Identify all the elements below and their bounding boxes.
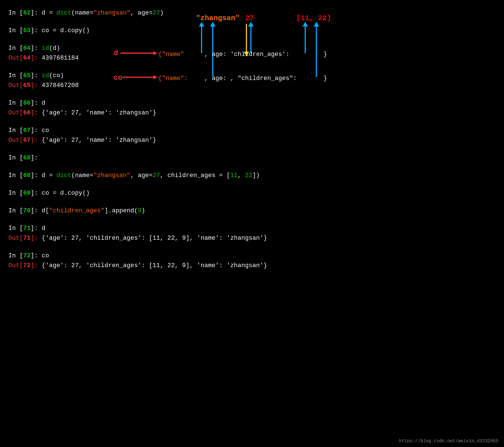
code-segment: 4378467208 [42,81,79,90]
code-segment: co [42,126,49,135]
code-segment: d [42,224,45,233]
code-line: In [71]: d [8,224,496,233]
code-segment: co = d.copy() [42,26,90,35]
code-line: In [68]: [8,153,496,163]
code-line: Out[71]: {'age': 27, 'children_ages': [1… [8,234,496,243]
in-prefix: In [71]: [8,224,42,233]
code-line: In [64]: id(d) [8,44,496,53]
blank-line [8,91,496,98]
out-prefix: Out[71]: [8,234,42,243]
in-prefix: In [69]: [8,189,42,198]
code-segment: 22 [245,171,252,180]
watermark: https://blog.csdn.net/weixin_43232955 [399,439,498,444]
code-segment: co [42,251,49,260]
code-segment: id [42,44,49,53]
code-segment: , [238,171,245,180]
in-prefix: In [68]: [8,171,42,180]
code-segment: id [42,71,49,80]
code-segment: , children_ages = [ [160,171,230,180]
code-line: In [72]: co [8,251,496,260]
code-segment: "children_ages" [49,206,104,215]
blank-line [8,18,496,26]
code-segment: , age= [130,8,153,18]
blank-line [8,36,496,44]
code-line: In [68]: d = dict(name="zhangsan", age=2… [8,171,496,180]
in-prefix: In [63]: [8,26,42,35]
blank-line [8,181,496,189]
code-segment: 4397681184 [42,53,79,63]
code-segment: (co) [49,71,64,80]
code-segment: 27 [153,171,160,180]
blank-line [8,163,496,171]
code-segment: dict [57,8,71,18]
code-segment: ]) [252,171,260,180]
code-segment: , age= [130,171,153,180]
code-segment: d [42,98,45,108]
in-prefix: In [67]: [8,126,42,135]
out-prefix: Out[65]: [8,81,42,90]
code-segment: {'age': 27, 'children_ages': [11, 22, 9]… [42,234,267,243]
out-prefix: Out[72]: [8,261,42,270]
code-line: In [65]: id(co) [8,71,496,80]
code-segment: d[ [42,206,49,215]
code-segment: (name= [71,8,93,18]
code-segment: (d) [49,44,60,53]
code-line: In [67]: co [8,126,496,135]
blank-line [8,118,496,126]
blank-line [8,198,496,206]
code-segment: co = d.copy() [42,189,90,198]
code-line: Out[66]: {'age': 27, 'name': 'zhangsan'} [8,108,496,117]
code-segment: 11 [230,171,237,180]
code-segment: ) [160,8,164,18]
blank-line [8,216,496,224]
code-segment: {'age': 27, 'name': 'zhangsan'} [42,108,156,117]
code-line: In [63]: co = d.copy() [8,26,496,35]
code-segment: dict [57,171,71,180]
code-line: In [62]: d = dict(name="zhangsan", age=2… [8,8,496,18]
out-prefix: Out[66]: [8,108,42,117]
blank-line [8,243,496,251]
in-prefix: In [66]: [8,98,42,108]
code-line: In [70]: d["children_ages"].append(9) [8,206,496,215]
code-segment: d = [42,8,57,18]
code-segment: 9 [138,206,141,215]
code-line: In [66]: d [8,98,496,108]
code-line: Out[65]: 4378467208 [8,81,496,90]
in-prefix: In [70]: [8,206,42,215]
out-prefix: Out[64]: [8,53,42,63]
code-segment: (name= [71,171,93,180]
code-line: Out[72]: {'age': 27, 'children_ages': [1… [8,261,496,270]
in-prefix: In [72]: [8,251,42,260]
code-line: Out[67]: {'age': 27, 'name': 'zhangsan'} [8,136,496,145]
blank-line [8,145,496,153]
in-prefix: In [64]: [8,44,42,53]
code-line: Out[64]: 4397681184 [8,53,496,63]
in-prefix: In [62]: [8,8,42,18]
code-segment: ].append( [104,206,138,215]
code-segment: {'age': 27, 'children_ages': [11, 22, 9]… [42,261,267,270]
code-segment: ) [141,206,145,215]
code-segment: {'age': 27, 'name': 'zhangsan'} [42,136,156,145]
code-segment: "zhangsan" [94,171,130,180]
code-area: In [62]: d = dict(name="zhangsan", age=2… [8,6,496,270]
code-segment: "zhangsan" [94,8,130,18]
in-prefix: In [68]: [8,153,42,163]
code-line: In [69]: co = d.copy() [8,189,496,198]
blank-line [8,63,496,71]
code-segment: d = [42,171,57,180]
code-segment: 27 [153,8,160,18]
in-prefix: In [65]: [8,71,42,80]
out-prefix: Out[67]: [8,136,42,145]
